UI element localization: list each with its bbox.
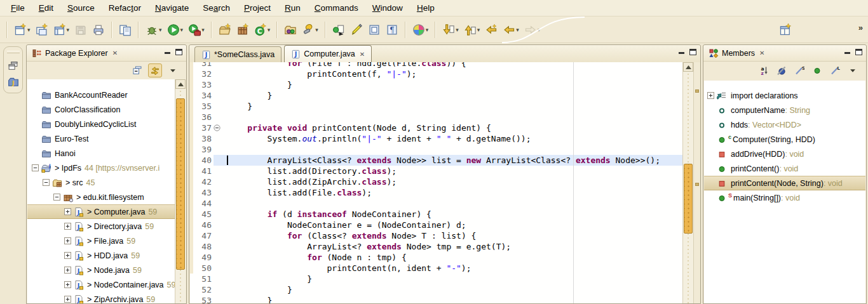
- toolbar-external-tools-button[interactable]: ▾: [186, 21, 207, 39]
- toolbar-new-java-project-button[interactable]: [216, 21, 234, 39]
- toolbar-snippet-button[interactable]: [330, 21, 348, 39]
- member-item[interactable]: computerName : String: [704, 103, 865, 117]
- expand-toggle-icon[interactable]: [64, 208, 72, 216]
- toolbar-show-frame-button[interactable]: [365, 21, 383, 39]
- tree-item[interactable]: J> Computer.java59: [27, 204, 175, 219]
- tree-item[interactable]: J> Directory.java59: [27, 219, 175, 234]
- toolbar-show-whitespace-button[interactable]: ¶: [383, 21, 401, 39]
- expand-toggle-icon[interactable]: [64, 237, 72, 245]
- dropdown-arrow-icon[interactable]: ▾: [268, 27, 271, 33]
- dropdown-arrow-icon[interactable]: ▾: [180, 27, 184, 33]
- dropdown-arrow-icon[interactable]: ▾: [456, 27, 459, 33]
- minimize-editor-button[interactable]: [679, 49, 684, 54]
- dropdown-arrow-icon[interactable]: ▾: [426, 27, 429, 33]
- toolbar-new-wizard-button[interactable]: ▾: [11, 21, 33, 39]
- collapse-toggle-icon[interactable]: [42, 178, 50, 187]
- menu-source[interactable]: Source: [60, 1, 102, 15]
- expand-toggle-icon[interactable]: [64, 251, 72, 260]
- editor-tab-SomeClass.java[interactable]: J*SomeClass.java: [194, 46, 281, 62]
- fast-view-handle[interactable]: [7, 51, 20, 53]
- scrollbar-thumb[interactable]: [684, 164, 693, 234]
- toolbar-new-class-button[interactable]: C▾: [252, 21, 273, 39]
- view-menu-button[interactable]: [166, 63, 180, 77]
- menu-run[interactable]: Run: [278, 1, 308, 15]
- menu-commands[interactable]: Commands: [308, 1, 365, 15]
- dropdown-arrow-icon[interactable]: ▾: [27, 27, 31, 33]
- dropdown-arrow-icon[interactable]: ▾: [538, 27, 541, 33]
- package-explorer-scrollbar[interactable]: [175, 79, 186, 303]
- scroll-up-button[interactable]: [683, 62, 693, 72]
- collapse-toggle-icon[interactable]: [53, 193, 61, 201]
- collapse-toggle-icon[interactable]: [31, 164, 39, 172]
- expand-toggle-icon[interactable]: [64, 295, 72, 303]
- tree-item[interactable]: ColorClassification: [27, 102, 175, 117]
- toolbar-highlighter-button[interactable]: [348, 21, 365, 39]
- editor-scrollbar[interactable]: [682, 62, 693, 303]
- member-item[interactable]: cComputer(String, HDD): [704, 132, 865, 147]
- toolbar-debug-button[interactable]: ▾: [143, 21, 165, 39]
- toolbar-open-type-button[interactable]: [281, 21, 299, 39]
- tree-item[interactable]: J> Node.java59: [27, 263, 175, 277]
- overview-ruler[interactable]: [693, 62, 700, 303]
- menu-file[interactable]: File: [4, 1, 32, 15]
- expand-toggle-icon[interactable]: [64, 281, 72, 289]
- tree-item[interactable]: J> NodeContainer.java59: [27, 277, 175, 292]
- menu-help[interactable]: Help: [410, 1, 442, 15]
- scrollbar-thumb[interactable]: [176, 98, 185, 270]
- menu-project[interactable]: Project: [237, 1, 278, 15]
- sort-button[interactable]: az: [757, 63, 771, 77]
- scroll-up-button[interactable]: [175, 79, 186, 89]
- menu-navigate[interactable]: Navigate: [148, 1, 196, 15]
- fold-collapse-icon[interactable]: [214, 124, 220, 131]
- dropdown-arrow-icon[interactable]: ▾: [159, 27, 162, 33]
- toolbar-overflow-chevron[interactable]: »: [858, 23, 863, 32]
- editor-tab-Computer.java[interactable]: JComputer.java✕: [284, 45, 372, 62]
- hide-static-button[interactable]: S: [792, 63, 806, 77]
- restore-perspective-icon[interactable]: [8, 60, 18, 71]
- tree-item[interactable]: J> File.java59: [27, 234, 175, 248]
- member-item[interactable]: hdds : Vector<HDD>: [704, 117, 865, 132]
- toolbar-new-view-button[interactable]: ▾: [51, 21, 72, 39]
- dropdown-arrow-icon[interactable]: ▾: [201, 27, 205, 33]
- menu-window[interactable]: Window: [365, 1, 410, 15]
- close-view-icon[interactable]: ✕: [112, 50, 118, 56]
- maximize-view-button[interactable]: [855, 49, 862, 55]
- tree-item[interactable]: J> ZipArchiv.java59: [27, 292, 175, 303]
- menu-refactor[interactable]: Refactor: [102, 1, 148, 15]
- close-view-icon[interactable]: ✕: [759, 50, 764, 56]
- collapse-all-button[interactable]: [130, 63, 144, 77]
- member-item[interactable]: addDrive(HDD) : void: [704, 147, 865, 161]
- tree-item[interactable]: J> IpdFs44 [https://svnserver.i: [27, 161, 175, 175]
- hide-fields-button[interactable]: [775, 63, 789, 77]
- minimize-view-button[interactable]: [844, 49, 850, 54]
- toolbar-back-button[interactable]: ▾: [500, 21, 522, 39]
- toolbar-print-button[interactable]: [90, 21, 107, 39]
- tree-item[interactable]: Hanoi: [27, 146, 175, 161]
- dropdown-arrow-icon[interactable]: ▾: [516, 27, 519, 33]
- link-with-editor-button[interactable]: [148, 63, 162, 77]
- package-explorer-tab[interactable]: Package Explorer ✕: [27, 45, 123, 62]
- toolbar-search-button[interactable]: ▾: [299, 21, 321, 39]
- dropdown-arrow-icon[interactable]: ▾: [67, 27, 70, 33]
- toolbar-new-editor-button[interactable]: [33, 21, 51, 39]
- dropdown-arrow-icon[interactable]: ▾: [315, 27, 318, 33]
- menu-edit[interactable]: Edit: [32, 1, 60, 15]
- maximize-editor-button[interactable]: [689, 49, 696, 55]
- member-item[interactable]: printContent(Node, String) : void: [704, 176, 865, 190]
- close-tab-icon[interactable]: ✕: [360, 51, 365, 58]
- tree-item[interactable]: > edu.kit.filesystem: [27, 190, 175, 204]
- show-public-button[interactable]: [810, 63, 824, 77]
- hide-local-types-button[interactable]: L: [828, 63, 842, 77]
- expand-toggle-icon[interactable]: [64, 222, 72, 230]
- tree-item[interactable]: > src45: [27, 175, 175, 190]
- member-item[interactable]: import declarations: [704, 88, 865, 103]
- toolbar-prev-annotation-button[interactable]: ▾: [461, 21, 483, 39]
- expand-toggle-icon[interactable]: [64, 266, 72, 274]
- toolbar-next-annotation-button[interactable]: ▾: [440, 21, 461, 39]
- tree-item[interactable]: Euro-Test: [27, 131, 175, 146]
- code-editor[interactable]: 31 for (File f : hdd.get(File.class)) {3…: [190, 62, 700, 303]
- member-item[interactable]: Smain(String[]) : void: [704, 190, 865, 205]
- dropdown-arrow-icon[interactable]: ▾: [477, 27, 480, 33]
- maximize-view-button[interactable]: [175, 49, 182, 55]
- toolbar-new-package-button[interactable]: [234, 21, 252, 39]
